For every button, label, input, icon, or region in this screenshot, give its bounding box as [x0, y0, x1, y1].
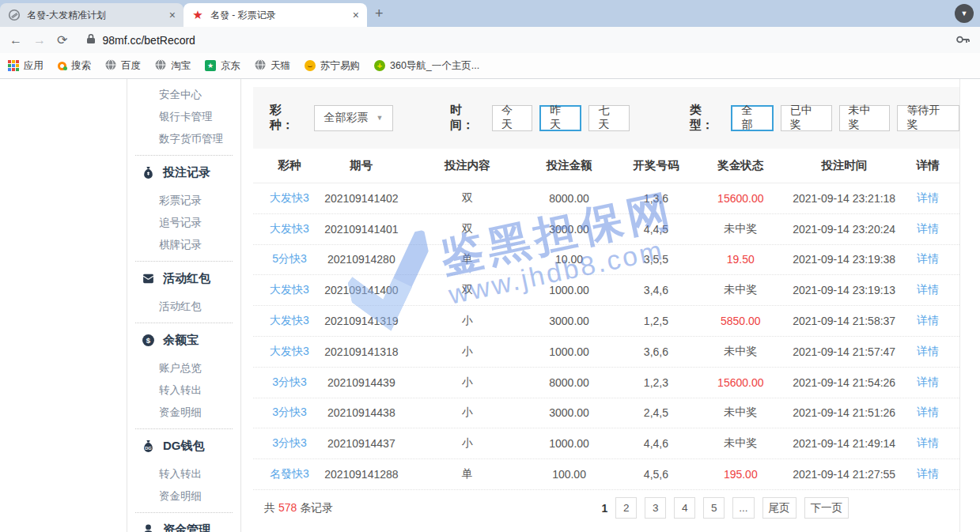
cell-numbers: 2,4,5 [611, 406, 700, 419]
cell-detail-link[interactable]: 详情 [907, 375, 948, 390]
cell-lottery-link[interactable]: 大发快3 [264, 345, 315, 359]
cell-lottery-link[interactable]: 大发快3 [264, 283, 315, 297]
cell-detail-link[interactable]: 详情 [907, 252, 948, 266]
tab-search-chevron-icon[interactable]: ▼ [955, 4, 974, 23]
jd-green-icon: ★ [205, 60, 216, 71]
cell-detail-link[interactable]: 详情 [907, 345, 948, 359]
col-amount: 投注金额 [527, 158, 612, 173]
lottery-select[interactable]: 全部彩票 ▼ [314, 105, 393, 131]
cell-numbers: 4,4,5 [611, 223, 700, 236]
cell-content: 双 [408, 191, 527, 206]
cell-detail-link[interactable]: 详情 [907, 191, 948, 206]
key-icon[interactable] [956, 33, 971, 47]
bookmark-jd[interactable]: ★ 京东 [205, 59, 240, 73]
type-filter-won[interactable]: 已中奖 [781, 105, 832, 131]
bet-table-body: 大发快3 202109141402 双 8000.00 1,3,6 15600.… [253, 183, 959, 490]
time-filter-7days[interactable]: 七天 [588, 105, 629, 131]
sidebar-item-chase-records[interactable]: 追号记录 [127, 212, 240, 234]
cell-lottery-link[interactable]: 大发快3 [264, 191, 315, 206]
apps-button[interactable]: 应用 [8, 59, 44, 73]
sidebar-item-lottery-records[interactable]: 彩票记录 [127, 190, 240, 212]
type-filter-all[interactable]: 全部 [731, 105, 773, 131]
address-bar[interactable]: 98mf.cc/betRecord [78, 30, 945, 51]
sidebar-item-activity-redpacket[interactable]: 活动红包 [127, 296, 240, 318]
sidebar-item-board-games-records[interactable]: 棋牌记录 [127, 234, 240, 256]
sidebar-item-digital-currency[interactable]: 数字货币管理 [127, 128, 240, 150]
cell-detail-link[interactable]: 详情 [907, 314, 948, 328]
cell-detail-link[interactable]: 详情 [907, 283, 948, 297]
red-star-icon: ★ [191, 9, 204, 21]
browser-tab-2-active[interactable]: ★ 名發 - 彩票记录 × [184, 3, 367, 27]
cell-issue: 202109141402 [315, 192, 408, 205]
bookmark-taobao[interactable]: 淘宝 [155, 59, 191, 73]
tab-close-icon[interactable]: × [169, 9, 176, 21]
cell-amount: 3000.00 [527, 406, 612, 419]
cell-amount: 1000.00 [527, 437, 612, 450]
next-page-button[interactable]: 下一页 [804, 497, 849, 519]
bookmark-360nav[interactable]: + 360导航_一个主页... [374, 59, 479, 73]
table-row: 5分快3 20210914280 单 10.00 3,5,5 19.50 202… [253, 245, 959, 276]
cell-amount: 3000.00 [527, 315, 612, 327]
table-row: 3分快3 20210914437 小 1000.00 4,4,6 未中奖 202… [253, 428, 959, 459]
cell-lottery-link[interactable]: 大发快3 [264, 222, 315, 236]
lock-icon [86, 33, 96, 47]
sidebar-section-fund-management[interactable]: 资金管理 [127, 518, 240, 532]
cell-amount: 1000.00 [527, 284, 612, 296]
browser-toolbar: ← → ⟳ 98mf.cc/betRecord [0, 27, 980, 53]
page-ellipsis-button[interactable]: ... [732, 497, 754, 519]
bookmark-baidu[interactable]: 百度 [105, 59, 141, 73]
back-icon[interactable]: ← [9, 33, 22, 47]
cell-lottery-link[interactable]: 3分快3 [264, 375, 315, 390]
type-filter-lost[interactable]: 未中奖 [839, 105, 891, 131]
page-3-button[interactable]: 3 [645, 497, 666, 519]
last-page-button[interactable]: 尾页 [762, 497, 796, 519]
bookmark-suning[interactable]: 苏宁易购 [305, 59, 360, 73]
sidebar-section-activity-redpacket[interactable]: 活动红包 [127, 266, 240, 290]
cell-amount: 8000.00 [527, 376, 612, 389]
globe-icon [155, 59, 166, 73]
sidebar-item-transfer[interactable]: 转入转出 [127, 379, 240, 402]
page-5-button[interactable]: 5 [703, 497, 725, 519]
cell-lottery-link[interactable]: 大发快3 [264, 314, 315, 328]
apps-label: 应用 [24, 59, 44, 73]
page-buttons: 1 2 3 4 5 ... 尾页 下一页 [593, 497, 849, 519]
sidebar-section-yuebao[interactable]: $ 余额宝 [127, 328, 240, 352]
page-2-button[interactable]: 2 [615, 497, 637, 519]
browser-tab-1[interactable]: 名發-大发精准计划 × [0, 3, 184, 27]
sidebar-section-dg-wallet[interactable]: DG DG钱包 [127, 434, 240, 458]
sidebar-item-bank-card[interactable]: 银行卡管理 [127, 106, 240, 128]
tab-close-icon[interactable]: × [353, 9, 359, 21]
time-filter-yesterday[interactable]: 昨天 [539, 105, 581, 131]
page-4-button[interactable]: 4 [674, 497, 695, 519]
cell-amount: 3000.00 [527, 223, 612, 236]
sidebar-item-fund-details[interactable]: 资金明细 [127, 402, 240, 424]
new-tab-button[interactable]: + [375, 6, 384, 22]
cell-lottery-link[interactable]: 3分快3 [264, 436, 315, 451]
sidebar-section-bet-records[interactable]: 投注记录 [127, 160, 240, 184]
cell-time: 2021-09-14 23:21:18 [781, 192, 907, 205]
sidebar-item-dg-fund-details[interactable]: 资金明细 [127, 485, 240, 507]
col-time: 投注时间 [781, 158, 907, 173]
cell-detail-link[interactable]: 详情 [907, 406, 948, 420]
dollar-circle-icon: $ [142, 334, 155, 347]
bookmark-souSou[interactable]: 搜索 [58, 59, 91, 73]
sidebar-item-account-overview[interactable]: 账户总览 [127, 357, 240, 379]
sidebar-item-security-center[interactable]: 安全中心 [127, 84, 240, 106]
bookmark-tmall[interactable]: 天猫 [255, 59, 290, 73]
sidebar-item-dg-transfer[interactable]: 转入转出 [127, 463, 240, 485]
records-total: 共578条记录 [264, 501, 333, 515]
cell-status: 未中奖 [700, 345, 781, 359]
cell-lottery-link[interactable]: 3分快3 [264, 406, 315, 420]
cell-issue: 202109141401 [315, 223, 408, 236]
time-filter-today[interactable]: 今天 [492, 105, 532, 131]
type-filter-pending[interactable]: 等待开奖 [897, 105, 959, 131]
cell-lottery-link[interactable]: 5分快3 [264, 252, 315, 266]
cell-detail-link[interactable]: 详情 [907, 222, 948, 236]
cell-numbers: 3,6,6 [611, 345, 700, 358]
cell-detail-link[interactable]: 详情 [907, 467, 948, 481]
cell-lottery-link[interactable]: 名發快3 [264, 467, 315, 481]
refresh-icon[interactable]: ⟳ [57, 32, 67, 47]
col-lottery: 彩种 [264, 158, 315, 173]
cell-amount: 10.00 [527, 253, 612, 266]
cell-detail-link[interactable]: 详情 [907, 436, 948, 451]
